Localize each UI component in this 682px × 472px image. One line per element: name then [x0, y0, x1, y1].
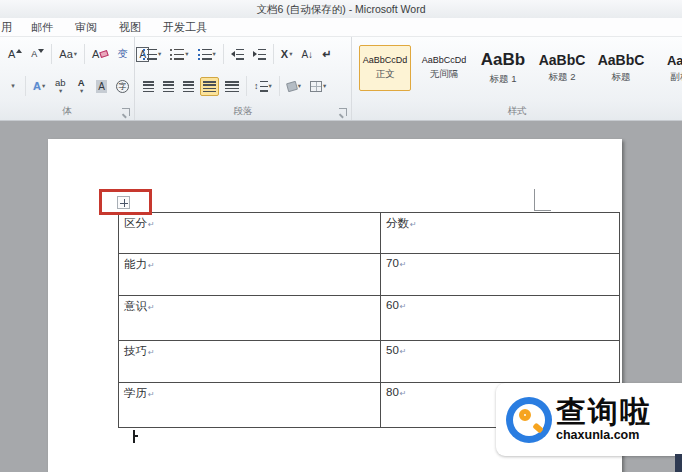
watermark-badge: 查询啦 chaxunla.com — [496, 383, 682, 456]
bullets-icon — [143, 49, 157, 60]
style-name: 正文 — [376, 68, 395, 81]
end-of-cell-mark: ↵ — [410, 220, 417, 229]
text-cursor — [133, 430, 135, 443]
change-case-icon: Aa — [59, 48, 72, 60]
text-effects-button[interactable]: A — [30, 77, 48, 96]
table-cell[interactable]: 技巧↵ — [119, 341, 381, 382]
phonetic-guide-button[interactable]: 变 — [114, 45, 130, 64]
decrease-indent-button[interactable] — [228, 45, 247, 64]
grow-font-button[interactable]: A — [5, 45, 25, 64]
tab-references-partial[interactable]: 用 — [0, 20, 20, 35]
table-row-header: 区分↵ 分数↵ — [119, 213, 619, 254]
multilevel-list-button[interactable] — [195, 45, 219, 64]
sort-button[interactable]: A↓ — [298, 45, 316, 64]
end-of-cell-mark: ↵ — [148, 390, 155, 399]
table-cell[interactable]: 50↵ — [381, 341, 619, 382]
justify-button[interactable] — [200, 77, 219, 96]
line-spacing-button[interactable]: ↕ — [251, 77, 275, 96]
style-card-no-spacing[interactable]: AaBbCcDd 无间隔 — [418, 45, 470, 91]
asian-layout-button[interactable]: X — [278, 45, 296, 64]
table-cell[interactable]: 70↵ — [381, 254, 619, 295]
change-case-button[interactable]: Aa — [56, 45, 80, 64]
table-cell[interactable]: 意识↵ — [119, 296, 381, 340]
show-formatting-marks-button[interactable]: ↵ — [319, 45, 335, 64]
asian-layout-icon: X — [281, 48, 288, 60]
tab-mailings[interactable]: 邮件 — [20, 20, 64, 35]
style-name: 标题 2 — [549, 71, 576, 84]
increase-indent-button[interactable] — [250, 45, 269, 64]
end-of-cell-mark: ↵ — [148, 220, 155, 229]
font-group: A A Aa A 变 A ▾ A ab A A 字 体 — [0, 37, 135, 120]
style-card-subtitle[interactable]: AaB 副标 — [654, 45, 682, 91]
styles-group-label: 样式 — [352, 105, 682, 118]
align-center-button[interactable] — [160, 77, 177, 96]
styles-group: AaBbCcDd 正文 AaBbCcDd 无间隔 AaBb 标题 1 AaBbC… — [352, 37, 682, 120]
align-left-button[interactable] — [140, 77, 157, 96]
sort-icon: A↓ — [301, 49, 313, 60]
underline-dropdown-partial[interactable]: ▾ — [5, 77, 21, 96]
table-cell[interactable]: 学历↵ — [119, 383, 381, 427]
tab-developer[interactable]: 开发工具 — [152, 20, 218, 35]
tab-view[interactable]: 视图 — [108, 20, 152, 35]
style-name: 副标 — [671, 71, 682, 84]
table-cell[interactable]: 区分↵ — [119, 213, 381, 253]
magnifier-logo-icon — [506, 397, 552, 443]
style-card-heading2[interactable]: AaBbC 标题 2 — [536, 45, 588, 91]
style-card-heading1[interactable]: AaBb 标题 1 — [477, 45, 529, 91]
distribute-button[interactable] — [222, 77, 242, 96]
shrink-font-button[interactable]: A — [28, 45, 47, 64]
font-color-button[interactable]: A — [72, 77, 90, 96]
increase-indent-icon — [253, 51, 257, 57]
word-window: 文档6 (自动保存的) - Microsoft Word 用 邮件 审阅 视图 … — [0, 0, 682, 472]
phonetic-guide-icon: 变 — [117, 47, 127, 61]
clear-formatting-icon: A — [92, 48, 99, 60]
enclose-character-icon: 字 — [116, 80, 129, 93]
style-card-normal[interactable]: AaBbCcDd 正文 — [359, 45, 411, 91]
borders-button[interactable] — [307, 77, 329, 96]
style-card-title[interactable]: AaBbC 标题 — [595, 45, 647, 91]
divider — [51, 44, 52, 64]
font-group-label: 体 — [0, 105, 134, 118]
enclose-character-button[interactable]: 字 — [113, 77, 132, 96]
line-spacing-icon: ↕ — [254, 81, 259, 91]
style-name: 无间隔 — [430, 68, 459, 81]
shading-button[interactable] — [284, 77, 304, 96]
divider — [84, 44, 85, 64]
styles-gallery: AaBbCcDd 正文 AaBbCcDd 无间隔 AaBb 标题 1 AaBbC… — [359, 45, 682, 91]
table-cell[interactable]: 能力↵ — [119, 254, 381, 295]
end-of-cell-mark: ↵ — [400, 260, 407, 269]
watermark-title: 查询啦 — [556, 397, 652, 427]
divider — [273, 44, 274, 64]
align-right-button[interactable] — [180, 77, 197, 96]
paragraph-dialog-launcher-icon[interactable] — [339, 108, 347, 116]
end-of-cell-mark: ↵ — [148, 348, 155, 357]
style-sample: AaBbCcDd — [422, 55, 467, 65]
end-of-cell-mark: ↵ — [148, 303, 155, 312]
end-of-cell-mark: ↵ — [400, 302, 407, 311]
end-of-cell-mark: ↵ — [148, 261, 155, 270]
ribbon: A A Aa A 变 A ▾ A ab A A 字 体 — [0, 37, 682, 121]
grow-font-icon: A — [8, 48, 15, 60]
character-shading-button[interactable]: A — [93, 77, 110, 96]
bullets-button[interactable] — [140, 45, 164, 64]
style-sample: AaB — [667, 53, 682, 68]
style-name: 标题 — [612, 71, 631, 84]
character-shading-icon: A — [96, 80, 107, 93]
end-of-cell-mark: ↵ — [400, 389, 407, 398]
font-color-icon: A — [78, 78, 85, 88]
margin-corner-mark — [534, 189, 551, 211]
table-cell[interactable]: 分数↵ — [381, 213, 619, 253]
highlight-color-button[interactable]: ab — [51, 77, 69, 96]
divider — [25, 76, 26, 96]
tab-review[interactable]: 审阅 — [64, 20, 108, 35]
numbering-icon — [170, 49, 184, 60]
table-row: 能力↵ 70↵ — [119, 254, 619, 296]
chevron-down-icon: ▾ — [11, 82, 15, 90]
numbering-button[interactable] — [167, 45, 191, 64]
title-bar: 文档6 (自动保存的) - Microsoft Word — [0, 0, 682, 18]
watermark-domain: chaxunla.com — [556, 428, 652, 442]
table-cell[interactable]: 60↵ — [381, 296, 619, 340]
font-dialog-launcher-icon[interactable] — [122, 108, 130, 116]
highlight-icon: ab — [55, 78, 66, 88]
clear-formatting-button[interactable]: A — [89, 45, 111, 64]
